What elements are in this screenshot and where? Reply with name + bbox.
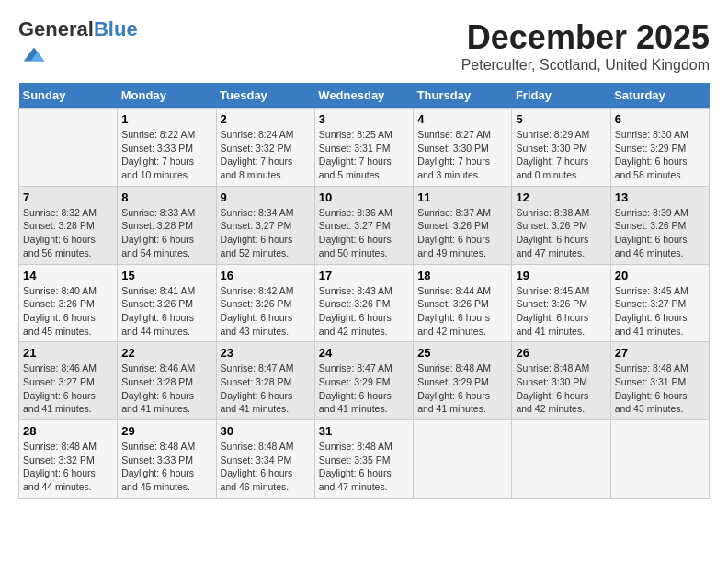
title-block: December 2025 Peterculter, Scotland, Uni… bbox=[461, 18, 710, 74]
calendar-cell: 31Sunrise: 8:48 AM Sunset: 3:35 PM Dayli… bbox=[314, 420, 413, 499]
calendar-cell: 18Sunrise: 8:44 AM Sunset: 3:26 PM Dayli… bbox=[414, 264, 512, 342]
logo-text: GeneralBlue bbox=[18, 18, 138, 40]
day-number: 14 bbox=[23, 269, 113, 282]
day-info: Sunrise: 8:44 AM Sunset: 3:26 PM Dayligh… bbox=[417, 284, 507, 339]
day-info: Sunrise: 8:47 AM Sunset: 3:29 PM Dayligh… bbox=[319, 362, 409, 416]
day-number: 21 bbox=[23, 346, 113, 360]
day-info: Sunrise: 8:25 AM Sunset: 3:31 PM Dayligh… bbox=[319, 128, 409, 182]
day-info: Sunrise: 8:48 AM Sunset: 3:30 PM Dayligh… bbox=[516, 362, 606, 416]
header-cell-thursday: Thursday bbox=[414, 83, 512, 109]
calendar-cell: 21Sunrise: 8:46 AM Sunset: 3:27 PM Dayli… bbox=[19, 342, 118, 420]
day-number: 12 bbox=[516, 190, 606, 204]
header-cell-saturday: Saturday bbox=[610, 83, 709, 109]
day-info: Sunrise: 8:37 AM Sunset: 3:26 PM Dayligh… bbox=[417, 206, 507, 260]
day-info: Sunrise: 8:38 AM Sunset: 3:26 PM Dayligh… bbox=[516, 206, 606, 260]
calendar-row-4: 28Sunrise: 8:48 AM Sunset: 3:32 PM Dayli… bbox=[19, 420, 710, 499]
calendar-cell: 30Sunrise: 8:48 AM Sunset: 3:34 PM Dayli… bbox=[216, 420, 314, 499]
calendar-body: 1Sunrise: 8:22 AM Sunset: 3:33 PM Daylig… bbox=[19, 109, 710, 499]
calendar-cell: 15Sunrise: 8:41 AM Sunset: 3:26 PM Dayli… bbox=[118, 264, 216, 342]
calendar-row-0: 1Sunrise: 8:22 AM Sunset: 3:33 PM Daylig… bbox=[19, 109, 710, 187]
calendar-cell: 14Sunrise: 8:40 AM Sunset: 3:26 PM Dayli… bbox=[19, 264, 118, 342]
day-info: Sunrise: 8:32 AM Sunset: 3:28 PM Dayligh… bbox=[23, 206, 113, 260]
day-number: 8 bbox=[121, 190, 211, 204]
calendar-cell: 9Sunrise: 8:34 AM Sunset: 3:27 PM Daylig… bbox=[216, 186, 314, 264]
calendar-cell: 11Sunrise: 8:37 AM Sunset: 3:26 PM Dayli… bbox=[414, 186, 512, 264]
day-number: 27 bbox=[615, 346, 705, 360]
calendar-header: SundayMondayTuesdayWednesdayThursdayFrid… bbox=[19, 83, 710, 109]
calendar-cell bbox=[19, 109, 118, 187]
calendar-cell: 17Sunrise: 8:43 AM Sunset: 3:26 PM Dayli… bbox=[314, 264, 413, 342]
calendar-row-3: 21Sunrise: 8:46 AM Sunset: 3:27 PM Dayli… bbox=[19, 342, 710, 420]
day-info: Sunrise: 8:22 AM Sunset: 3:33 PM Dayligh… bbox=[121, 128, 211, 182]
calendar-cell: 29Sunrise: 8:48 AM Sunset: 3:33 PM Dayli… bbox=[118, 420, 216, 499]
day-info: Sunrise: 8:48 AM Sunset: 3:35 PM Dayligh… bbox=[319, 440, 409, 494]
day-number: 10 bbox=[319, 190, 409, 204]
day-info: Sunrise: 8:48 AM Sunset: 3:32 PM Dayligh… bbox=[23, 440, 113, 494]
calendar-cell: 20Sunrise: 8:45 AM Sunset: 3:27 PM Dayli… bbox=[610, 264, 709, 342]
day-info: Sunrise: 8:46 AM Sunset: 3:28 PM Dayligh… bbox=[121, 362, 211, 416]
logo: GeneralBlue bbox=[18, 18, 138, 72]
calendar-cell: 24Sunrise: 8:47 AM Sunset: 3:29 PM Dayli… bbox=[314, 342, 413, 420]
calendar-cell: 8Sunrise: 8:33 AM Sunset: 3:28 PM Daylig… bbox=[118, 186, 216, 264]
header-cell-sunday: Sunday bbox=[19, 83, 118, 109]
header-cell-wednesday: Wednesday bbox=[314, 83, 413, 109]
day-info: Sunrise: 8:34 AM Sunset: 3:27 PM Dayligh… bbox=[221, 206, 311, 260]
day-number: 15 bbox=[121, 269, 211, 282]
calendar-cell: 26Sunrise: 8:48 AM Sunset: 3:30 PM Dayli… bbox=[512, 342, 610, 420]
day-number: 26 bbox=[516, 346, 606, 360]
calendar-cell: 10Sunrise: 8:36 AM Sunset: 3:27 PM Dayli… bbox=[314, 186, 413, 264]
day-number: 4 bbox=[417, 112, 507, 126]
day-info: Sunrise: 8:41 AM Sunset: 3:26 PM Dayligh… bbox=[121, 284, 211, 339]
calendar-row-2: 14Sunrise: 8:40 AM Sunset: 3:26 PM Dayli… bbox=[19, 264, 710, 342]
day-number: 31 bbox=[319, 424, 409, 438]
day-number: 11 bbox=[417, 190, 507, 204]
day-info: Sunrise: 8:48 AM Sunset: 3:33 PM Dayligh… bbox=[121, 440, 211, 494]
page-header: GeneralBlue December 2025 Peterculter, S… bbox=[18, 18, 710, 74]
day-info: Sunrise: 8:30 AM Sunset: 3:29 PM Dayligh… bbox=[615, 128, 705, 182]
day-number: 22 bbox=[121, 346, 211, 360]
calendar-cell: 5Sunrise: 8:29 AM Sunset: 3:30 PM Daylig… bbox=[512, 109, 610, 187]
day-number: 24 bbox=[319, 346, 409, 360]
header-cell-monday: Monday bbox=[118, 83, 216, 109]
day-number: 23 bbox=[221, 346, 311, 360]
calendar-cell: 22Sunrise: 8:46 AM Sunset: 3:28 PM Dayli… bbox=[118, 342, 216, 420]
day-info: Sunrise: 8:29 AM Sunset: 3:30 PM Dayligh… bbox=[516, 128, 606, 182]
day-info: Sunrise: 8:47 AM Sunset: 3:28 PM Dayligh… bbox=[221, 362, 311, 416]
day-number: 9 bbox=[221, 190, 311, 204]
day-number: 29 bbox=[121, 424, 211, 438]
day-info: Sunrise: 8:48 AM Sunset: 3:31 PM Dayligh… bbox=[615, 362, 705, 416]
day-number: 20 bbox=[615, 269, 705, 282]
day-number: 5 bbox=[516, 112, 606, 126]
day-number: 18 bbox=[417, 269, 507, 282]
day-number: 13 bbox=[615, 190, 705, 204]
calendar-cell bbox=[610, 420, 709, 499]
calendar-cell bbox=[512, 420, 610, 499]
day-info: Sunrise: 8:27 AM Sunset: 3:30 PM Dayligh… bbox=[417, 128, 507, 182]
day-info: Sunrise: 8:42 AM Sunset: 3:26 PM Dayligh… bbox=[221, 284, 311, 339]
day-info: Sunrise: 8:40 AM Sunset: 3:26 PM Dayligh… bbox=[23, 284, 113, 339]
day-number: 3 bbox=[319, 112, 409, 126]
header-cell-friday: Friday bbox=[512, 83, 610, 109]
calendar-row-1: 7Sunrise: 8:32 AM Sunset: 3:28 PM Daylig… bbox=[19, 186, 710, 264]
day-number: 16 bbox=[221, 269, 311, 282]
calendar-cell: 23Sunrise: 8:47 AM Sunset: 3:28 PM Dayli… bbox=[216, 342, 314, 420]
location-subtitle: Peterculter, Scotland, United Kingdom bbox=[461, 57, 710, 74]
logo-icon bbox=[20, 40, 48, 68]
day-info: Sunrise: 8:48 AM Sunset: 3:29 PM Dayligh… bbox=[417, 362, 507, 416]
day-info: Sunrise: 8:45 AM Sunset: 3:26 PM Dayligh… bbox=[516, 284, 606, 339]
day-number: 28 bbox=[23, 424, 113, 438]
day-number: 7 bbox=[23, 190, 113, 204]
calendar-cell: 2Sunrise: 8:24 AM Sunset: 3:32 PM Daylig… bbox=[216, 109, 314, 187]
day-info: Sunrise: 8:39 AM Sunset: 3:26 PM Dayligh… bbox=[615, 206, 705, 260]
calendar-cell: 12Sunrise: 8:38 AM Sunset: 3:26 PM Dayli… bbox=[512, 186, 610, 264]
calendar-cell: 3Sunrise: 8:25 AM Sunset: 3:31 PM Daylig… bbox=[314, 109, 413, 187]
calendar-cell: 25Sunrise: 8:48 AM Sunset: 3:29 PM Dayli… bbox=[414, 342, 512, 420]
day-number: 19 bbox=[516, 269, 606, 282]
day-number: 2 bbox=[221, 112, 311, 126]
header-cell-tuesday: Tuesday bbox=[216, 83, 314, 109]
day-number: 25 bbox=[417, 346, 507, 360]
calendar-cell: 19Sunrise: 8:45 AM Sunset: 3:26 PM Dayli… bbox=[512, 264, 610, 342]
day-number: 1 bbox=[121, 112, 211, 126]
calendar-cell: 16Sunrise: 8:42 AM Sunset: 3:26 PM Dayli… bbox=[216, 264, 314, 342]
day-info: Sunrise: 8:48 AM Sunset: 3:34 PM Dayligh… bbox=[221, 440, 311, 494]
